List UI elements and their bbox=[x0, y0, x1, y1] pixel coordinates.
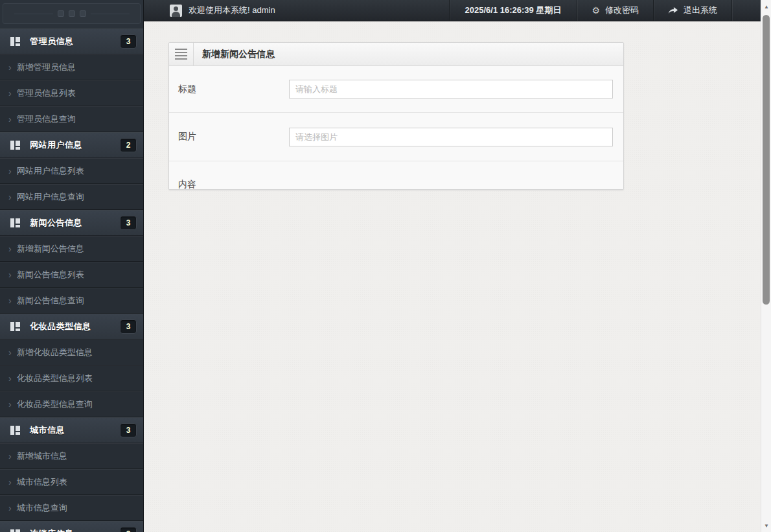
topbar: 欢迎使用本系统! admin 2025/6/1 16:26:39 星期日 ⚙ 修… bbox=[144, 0, 761, 21]
handle-dot bbox=[69, 10, 75, 17]
form-row: 图片 bbox=[169, 112, 623, 161]
sidebar-section-badge: 2 bbox=[120, 138, 137, 152]
sidebar-section-badge: 3 bbox=[120, 216, 137, 230]
sidebar-section-header[interactable]: 连锁店信息 3 bbox=[0, 521, 143, 532]
handle-dot bbox=[58, 10, 64, 17]
form-row: 标题 bbox=[169, 66, 623, 112]
sidebar-item[interactable]: › 新增管理员信息 bbox=[0, 54, 143, 80]
welcome-area: 欢迎使用本系统! admin bbox=[144, 5, 275, 17]
scrollbar-thumb[interactable] bbox=[763, 15, 770, 305]
sidebar-item-label: 新增新闻公告信息 bbox=[17, 243, 84, 255]
sidebar-item[interactable]: › 化妆品类型信息列表 bbox=[0, 365, 143, 391]
sidebar-item-label: 新闻公告信息列表 bbox=[17, 269, 84, 281]
panel-menu-button[interactable] bbox=[169, 43, 194, 65]
sidebar-item[interactable]: › 化妆品类型信息查询 bbox=[0, 391, 143, 417]
hamburger-icon bbox=[175, 49, 187, 50]
grid-icon bbox=[10, 529, 20, 532]
sidebar-collapse-handle[interactable] bbox=[3, 3, 141, 24]
divider bbox=[14, 14, 53, 14]
chevron-right-icon: › bbox=[8, 374, 12, 383]
chevron-right-icon: › bbox=[8, 296, 12, 305]
sidebar-section-badge: 3 bbox=[120, 527, 137, 532]
field-input[interactable] bbox=[289, 128, 613, 146]
panel-header: 新增新闻公告信息 bbox=[169, 43, 623, 66]
sidebar: 管理员信息 3 › 新增管理员信息 › 管理员信息列表 › 管理员信息查询 网站… bbox=[0, 0, 144, 532]
chevron-right-icon: › bbox=[8, 348, 12, 357]
sidebar-section-label: 新闻公告信息 bbox=[30, 217, 82, 229]
sidebar-item-label: 新增城市信息 bbox=[17, 450, 67, 462]
sidebar-section-badge: 3 bbox=[120, 34, 137, 49]
sidebar-item-label: 化妆品类型信息列表 bbox=[17, 373, 93, 384]
sidebar-item-label: 新闻公告信息查询 bbox=[17, 295, 84, 306]
sidebar-section-label: 化妆品类型信息 bbox=[30, 321, 91, 332]
scrollbar-up-icon[interactable]: ▲ bbox=[761, 1, 771, 12]
chevron-right-icon: › bbox=[8, 452, 12, 461]
app-window: 管理员信息 3 › 新增管理员信息 › 管理员信息列表 › 管理员信息查询 网站… bbox=[0, 0, 771, 532]
sidebar-section-label: 网站用户信息 bbox=[30, 139, 82, 151]
sidebar-item[interactable]: › 新闻公告信息列表 bbox=[0, 262, 143, 288]
page-scrollbar[interactable]: ▲ ▼ bbox=[761, 0, 771, 532]
sidebar-section-badge: 3 bbox=[120, 319, 137, 334]
chevron-right-icon: › bbox=[8, 115, 12, 124]
sidebar-section-label: 连锁店信息 bbox=[30, 528, 74, 532]
form-row: 内容 bbox=[169, 161, 623, 190]
sidebar-section-label: 管理员信息 bbox=[30, 36, 74, 47]
logout-arrow-icon bbox=[668, 6, 678, 14]
sidebar-item-label: 城市信息列表 bbox=[17, 476, 67, 488]
sidebar-item[interactable]: › 管理员信息查询 bbox=[0, 106, 143, 132]
topbar-right: 2025/6/1 16:26:39 星期日 ⚙ 修改密码 退出系统 bbox=[449, 0, 760, 21]
grid-icon bbox=[10, 141, 20, 150]
sidebar-item[interactable]: › 新增新闻公告信息 bbox=[0, 236, 143, 262]
sidebar-item[interactable]: › 新增城市信息 bbox=[0, 443, 143, 469]
divider bbox=[91, 14, 130, 14]
field-label: 内容 bbox=[178, 179, 289, 191]
field-input[interactable] bbox=[289, 80, 613, 98]
sidebar-item-label: 城市信息查询 bbox=[17, 502, 67, 514]
sidebar-item[interactable]: › 城市信息查询 bbox=[0, 495, 143, 521]
chevron-right-icon: › bbox=[8, 167, 12, 176]
form-panel: 新增新闻公告信息 标题 图片 内容 bbox=[168, 42, 624, 190]
sidebar-item[interactable]: › 新增化妆品类型信息 bbox=[0, 340, 143, 365]
sidebar-item-label: 新增管理员信息 bbox=[17, 62, 76, 73]
sidebar-section-header[interactable]: 化妆品类型信息 3 bbox=[0, 314, 143, 340]
topbar-spacer bbox=[731, 0, 760, 21]
sidebar-item-label: 化妆品类型信息查询 bbox=[17, 399, 93, 410]
main-content: 新增新闻公告信息 标题 图片 内容 bbox=[144, 21, 761, 532]
field-label: 图片 bbox=[178, 131, 289, 143]
sidebar-item[interactable]: › 城市信息列表 bbox=[0, 469, 143, 495]
welcome-message: 欢迎使用本系统! admin bbox=[189, 5, 275, 16]
chevron-right-icon: › bbox=[8, 270, 12, 279]
sidebar-item[interactable]: › 网站用户信息查询 bbox=[0, 184, 143, 210]
logout-button[interactable]: 退出系统 bbox=[653, 0, 731, 21]
chevron-right-icon: › bbox=[8, 503, 12, 513]
sidebar-item-label: 管理员信息列表 bbox=[17, 87, 76, 99]
chevron-right-icon: › bbox=[8, 478, 12, 487]
change-password-button[interactable]: ⚙ 修改密码 bbox=[577, 0, 653, 21]
scrollbar-down-icon[interactable]: ▼ bbox=[761, 520, 771, 531]
sidebar-item-label: 新增化妆品类型信息 bbox=[17, 347, 93, 358]
sidebar-section-header[interactable]: 网站用户信息 2 bbox=[0, 132, 143, 158]
gear-icon: ⚙ bbox=[592, 6, 600, 15]
sidebar-section-header[interactable]: 管理员信息 3 bbox=[0, 29, 143, 54]
sidebar-item-label: 网站用户信息列表 bbox=[17, 165, 84, 177]
chevron-right-icon: › bbox=[8, 400, 12, 409]
handle-dot bbox=[80, 10, 86, 17]
sidebar-item[interactable]: › 网站用户信息列表 bbox=[0, 158, 143, 184]
change-password-label: 修改密码 bbox=[605, 5, 639, 16]
sidebar-section-label: 城市信息 bbox=[30, 424, 65, 436]
field-label: 标题 bbox=[178, 84, 289, 95]
chevron-right-icon: › bbox=[8, 244, 12, 253]
sidebar-section-header[interactable]: 新闻公告信息 3 bbox=[0, 210, 143, 236]
sidebar-item[interactable]: › 管理员信息列表 bbox=[0, 80, 143, 106]
sidebar-item-label: 管理员信息查询 bbox=[17, 113, 76, 125]
chevron-right-icon: › bbox=[8, 192, 12, 202]
grid-icon bbox=[10, 37, 20, 46]
chevron-right-icon: › bbox=[8, 89, 12, 98]
sidebar-menu: 管理员信息 3 › 新增管理员信息 › 管理员信息列表 › 管理员信息查询 网站… bbox=[0, 29, 143, 532]
sidebar-section-header[interactable]: 城市信息 3 bbox=[0, 417, 143, 443]
form-rows: 标题 图片 内容 bbox=[169, 66, 623, 190]
chevron-right-icon: › bbox=[8, 63, 12, 72]
panel-title: 新增新闻公告信息 bbox=[194, 43, 275, 65]
sidebar-item[interactable]: › 新闻公告信息查询 bbox=[0, 288, 143, 314]
grid-icon bbox=[10, 322, 20, 331]
